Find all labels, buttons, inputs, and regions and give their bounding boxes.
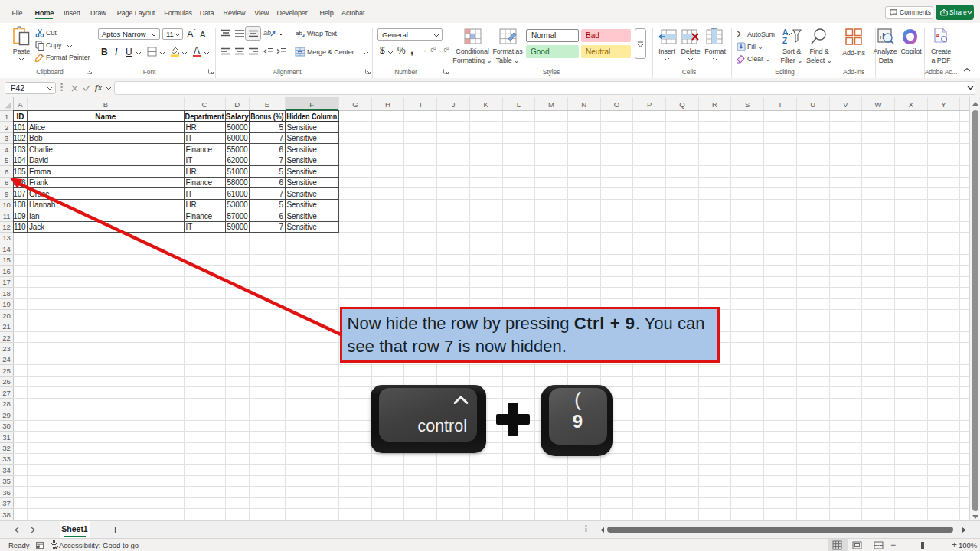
svg-text:107: 107 bbox=[13, 190, 26, 198]
svg-text:Ian: Ian bbox=[29, 212, 39, 220]
svg-text:Grace: Grace bbox=[29, 190, 50, 198]
svg-text:6: 6 bbox=[279, 178, 284, 187]
svg-text:6: 6 bbox=[279, 145, 284, 154]
svg-text:Name: Name bbox=[95, 112, 116, 121]
svg-text:7: 7 bbox=[279, 190, 284, 198]
svg-text:Bonus (%): Bonus (%) bbox=[250, 112, 283, 121]
svg-text:Finance: Finance bbox=[186, 178, 213, 187]
svg-text:ID: ID bbox=[16, 112, 24, 121]
svg-text:IT: IT bbox=[186, 156, 193, 165]
svg-text:HR: HR bbox=[186, 123, 197, 132]
svg-text:7: 7 bbox=[279, 223, 284, 231]
svg-text:Sensitive: Sensitive bbox=[287, 212, 318, 220]
svg-text:105: 105 bbox=[13, 168, 26, 176]
svg-text:5: 5 bbox=[279, 123, 284, 132]
svg-text:Alice: Alice bbox=[29, 123, 46, 132]
svg-text:106: 106 bbox=[13, 178, 26, 187]
svg-text:HR: HR bbox=[186, 201, 197, 209]
svg-text:Department: Department bbox=[185, 112, 225, 121]
svg-text:Jack: Jack bbox=[29, 223, 45, 231]
svg-text:110: 110 bbox=[14, 223, 26, 231]
svg-text:5: 5 bbox=[279, 201, 284, 209]
svg-text:Sensitive: Sensitive bbox=[287, 223, 318, 231]
svg-text:Sensitive: Sensitive bbox=[287, 134, 318, 142]
svg-text:61000: 61000 bbox=[227, 190, 248, 198]
svg-text:A: A bbox=[936, 32, 940, 39]
svg-text:59000: 59000 bbox=[227, 223, 248, 231]
svg-text:58000: 58000 bbox=[227, 178, 248, 187]
svg-text:Sensitive: Sensitive bbox=[287, 201, 318, 209]
svg-text:Bob: Bob bbox=[29, 134, 43, 142]
svg-text:53000: 53000 bbox=[227, 201, 248, 209]
svg-text:Charlie: Charlie bbox=[29, 145, 53, 154]
svg-text:HR: HR bbox=[186, 168, 197, 176]
svg-text:7: 7 bbox=[279, 156, 284, 165]
svg-text:Sensitive: Sensitive bbox=[287, 145, 318, 154]
svg-text:103: 103 bbox=[13, 145, 26, 154]
svg-text:Salary: Salary bbox=[226, 112, 249, 121]
svg-text:ab: ab bbox=[296, 30, 302, 37]
svg-text:Z: Z bbox=[782, 37, 787, 45]
svg-text:Sensitive: Sensitive bbox=[287, 168, 318, 176]
svg-text:104: 104 bbox=[13, 156, 26, 165]
svg-text:5: 5 bbox=[279, 168, 284, 176]
svg-text:108: 108 bbox=[13, 201, 26, 209]
svg-text:62000: 62000 bbox=[227, 156, 248, 165]
svg-text:Sensitive: Sensitive bbox=[287, 156, 318, 165]
svg-text:A: A bbox=[782, 28, 788, 37]
svg-text:Finance: Finance bbox=[186, 212, 213, 220]
svg-text:IT: IT bbox=[186, 223, 193, 231]
svg-text:50000: 50000 bbox=[227, 123, 248, 132]
svg-text:Hannah: Hannah bbox=[29, 201, 55, 209]
svg-text:David: David bbox=[29, 156, 48, 165]
svg-text:55000: 55000 bbox=[227, 145, 248, 154]
svg-text:IT: IT bbox=[186, 190, 193, 198]
svg-text:102: 102 bbox=[13, 134, 26, 142]
svg-text:Hidden Column: Hidden Column bbox=[286, 112, 337, 121]
svg-text:109: 109 bbox=[13, 212, 26, 220]
svg-text:51000: 51000 bbox=[227, 168, 248, 176]
svg-text:IT: IT bbox=[186, 134, 193, 142]
svg-text:60000: 60000 bbox=[227, 134, 248, 142]
svg-text:Frank: Frank bbox=[29, 178, 49, 187]
svg-text:ab: ab bbox=[263, 29, 271, 37]
svg-text:7: 7 bbox=[279, 134, 284, 142]
svg-text:Sensitive: Sensitive bbox=[287, 123, 318, 132]
svg-text:Sensitive: Sensitive bbox=[287, 178, 318, 187]
svg-text:101: 101 bbox=[13, 123, 26, 132]
svg-text:Finance: Finance bbox=[186, 145, 213, 154]
svg-text:57000: 57000 bbox=[227, 212, 248, 220]
svg-text:6: 6 bbox=[279, 212, 284, 220]
svg-text:Emma: Emma bbox=[29, 168, 51, 176]
svg-text:Sensitive: Sensitive bbox=[287, 190, 318, 198]
